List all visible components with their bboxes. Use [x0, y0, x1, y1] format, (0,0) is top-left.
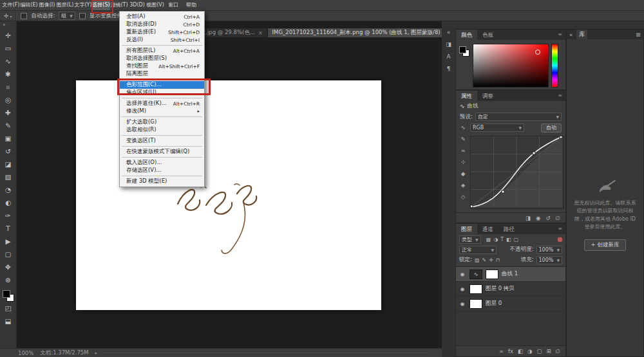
new-layer-icon[interactable]: ⊞	[546, 348, 551, 354]
menu-item-2[interactable]: 编辑(E)	[20, 0, 38, 10]
white-point-eyedropper-icon[interactable]: ◇	[461, 194, 466, 200]
layer-visibility-icon[interactable]: ◉	[459, 271, 466, 277]
adjustments-panel-icon[interactable]: ◨	[446, 41, 451, 48]
delete-adjustment-icon[interactable]: ∅	[556, 215, 560, 221]
add-mask-icon[interactable]: ◧	[518, 348, 523, 354]
filter-shape-layers-icon[interactable]: ◧	[506, 237, 511, 243]
lock-transparency-icon[interactable]: ▨	[475, 257, 480, 263]
tab-properties-1[interactable]: 属性	[456, 91, 477, 101]
select-menu-item-17[interactable]: 扩大选取(G)	[120, 118, 204, 126]
status-arrow-icon[interactable]: ▸	[95, 351, 98, 356]
preset-dropdown[interactable]: 自定 ▼	[475, 113, 562, 121]
curves-graph[interactable]	[470, 136, 564, 209]
tab-libraries[interactable]: 库	[576, 30, 587, 39]
select-menu-item-25[interactable]: 存储选区(V)...	[120, 167, 204, 174]
targeted-adjustment-icon[interactable]: ⊹	[460, 159, 465, 165]
select-menu-item-8[interactable]: 查找图层Alt+Shift+Ctrl+F	[120, 62, 204, 70]
select-menu-item-24[interactable]: 载入选区(O)...	[120, 159, 204, 167]
filter-pixel-layers-icon[interactable]: ▦	[486, 237, 491, 243]
document-tab-2[interactable]: IMG_20171023_111604_副本.png @ 100% (曲线 1,…	[268, 28, 458, 37]
menu-item-6[interactable]: 选择(S)	[92, 0, 110, 10]
tab-color-1[interactable]: 颜色	[456, 30, 477, 40]
select-menu-item-1[interactable]: 全部(A)Ctrl+A	[120, 13, 204, 21]
delete-layer-icon[interactable]: ∅	[556, 348, 560, 354]
eraser-tool[interactable]: ◪	[1, 158, 16, 170]
channel-dropdown[interactable]: RGB ▼	[470, 124, 524, 132]
curves-adjustment-thumbnail[interactable]: ∿	[469, 270, 482, 279]
menu-item-4[interactable]: 图层(L)	[56, 0, 74, 10]
menu-item-7[interactable]: 滤镜(T)	[110, 0, 128, 10]
zoom-level[interactable]: 100%	[18, 350, 33, 356]
color-saturation-field[interactable]	[473, 44, 549, 87]
eyedropper-tool[interactable]: ◎	[1, 93, 16, 106]
layer-thumbnail[interactable]	[469, 284, 482, 294]
layer-visibility-icon[interactable]: ◉	[459, 301, 466, 307]
clone-stamp-tool[interactable]: ▣	[1, 132, 16, 145]
foreground-color-swatch[interactable]	[459, 46, 466, 53]
new-group-icon[interactable]: ▢	[536, 348, 542, 354]
quick-selection-tool[interactable]: ✱	[1, 68, 16, 80]
character-panel-icon[interactable]: A	[446, 53, 450, 60]
tab-properties-2[interactable]: 调整	[477, 91, 498, 101]
menu-item-11[interactable]: 帮助(H)	[182, 0, 200, 10]
filter-toggle-icon[interactable]	[558, 237, 562, 242]
auto-button[interactable]: 自动	[541, 124, 562, 133]
tab-layers-1[interactable]: 图层	[456, 224, 477, 234]
healing-brush-tool[interactable]: ✚	[1, 106, 16, 119]
gradient-tool[interactable]: ▨	[1, 170, 16, 183]
curve-pencil-tool-icon[interactable]: ✎	[460, 136, 465, 142]
menu-item-8[interactable]: 3D(D)	[128, 0, 146, 10]
close-tab-icon[interactable]: ×	[258, 30, 263, 36]
lock-all-icon[interactable]: ⊓	[496, 257, 500, 263]
new-adjustment-layer-icon[interactable]: ◑	[527, 348, 532, 354]
filter-type-layers-icon[interactable]: T	[500, 237, 504, 243]
layer-thumbnail[interactable]	[469, 299, 482, 309]
gray-point-eyedropper-icon[interactable]: ◈	[461, 182, 466, 188]
menu-item-9[interactable]: 视图(V)	[146, 0, 164, 10]
black-point-eyedropper-icon[interactable]: ◆	[461, 170, 466, 177]
color-swatches-control[interactable]	[3, 290, 14, 302]
layer-style-icon[interactable]: fx	[508, 348, 513, 354]
pen-tool[interactable]: ✑	[1, 209, 16, 222]
blend-mode-dropdown[interactable]: 正常 ▼	[459, 246, 497, 254]
foreground-color-swatch[interactable]	[3, 290, 10, 298]
zoom-tool[interactable]: ⊕	[1, 273, 16, 286]
expand-panels-icon[interactable]: «	[447, 29, 451, 35]
workspace-switcher-icon[interactable]: ▦	[636, 32, 641, 37]
layer-filter-dropdown[interactable]: 类型 ▼	[459, 235, 481, 244]
visibility-icon[interactable]: ◉	[536, 215, 540, 221]
layer-mask-thumbnail[interactable]	[486, 270, 498, 279]
select-menu-item-6[interactable]: 所有图层(L)Alt+Ctrl+A	[120, 47, 204, 55]
reset-icon[interactable]: ↺	[545, 215, 550, 221]
clip-to-layer-icon[interactable]: ◨	[526, 215, 531, 221]
layer-visibility-icon[interactable]: ◉	[459, 286, 466, 292]
shape-tool[interactable]: ▢	[1, 248, 16, 261]
select-menu-item-27[interactable]: 新建 3D 模型(E)	[120, 178, 204, 185]
dodge-tool[interactable]: ◐	[1, 196, 16, 209]
tab-layers-3[interactable]: 路径	[498, 224, 520, 234]
lock-pixels-icon[interactable]: ✎	[482, 257, 486, 263]
tab-layers-2[interactable]: 通道	[477, 224, 498, 234]
auto-select-dropdown[interactable]: 组 ▼	[59, 12, 75, 20]
marquee-tool[interactable]: ▭	[1, 42, 16, 55]
paragraph-panel-icon[interactable]: ¶	[447, 66, 451, 72]
create-library-button[interactable]: + 创建新库	[584, 239, 627, 251]
tab-color-2[interactable]: 色板	[477, 30, 498, 40]
select-menu-item-14[interactable]: 选择并遮住(K)...Alt+Ctrl+R	[120, 100, 204, 107]
select-menu-item-3[interactable]: 重新选择(E)Shift+Ctrl+D	[120, 28, 204, 36]
quick-mask-mode-button[interactable]: ◰	[1, 302, 16, 315]
menu-item-1[interactable]: 文件(F)	[2, 0, 20, 10]
show-transform-checkbox[interactable]	[79, 13, 86, 19]
history-brush-tool[interactable]: ↺	[1, 145, 16, 158]
type-tool[interactable]: T	[1, 222, 16, 235]
select-menu-item-12[interactable]: 焦点区域(U)...	[120, 89, 204, 96]
layer-row-3[interactable]: ◉图层 0	[456, 297, 565, 311]
collapse-library-icon[interactable]: «	[569, 32, 573, 38]
select-menu-item-7[interactable]: 取消选择图层(S)	[120, 55, 204, 62]
brush-tool[interactable]: ✎	[1, 119, 16, 132]
path-selection-tool[interactable]: ▶	[1, 235, 16, 248]
select-menu-item-18[interactable]: 选取相似(R)	[120, 126, 204, 134]
collapse-tools-icon[interactable]: »	[0, 21, 6, 29]
layer-row-1[interactable]: ◉∿曲线 1	[456, 267, 565, 282]
panel-menu-icon[interactable]: ≡	[558, 91, 565, 101]
